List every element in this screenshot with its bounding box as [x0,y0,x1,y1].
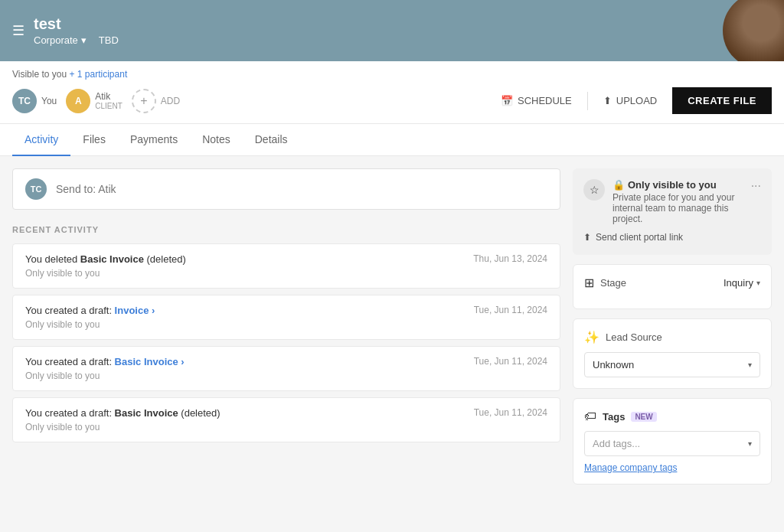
stage-label: Stage [600,277,626,289]
activity-text: You deleted Basic Invoice (deleted) [25,253,186,265]
profile-avatar [723,0,784,61]
user-a-chip: A Atik CLIENT [66,89,122,113]
toolbar-divider [587,92,588,110]
tags-new-badge: NEW [631,412,656,422]
lead-source-dropdown[interactable]: Unknown ▾ [584,352,760,377]
activity-date: Thu, Jun 13, 2024 [473,253,547,264]
activity-sub: Only visible to you [25,319,547,330]
stage-select[interactable]: Inquiry ▾ [724,277,760,289]
add-label: ADD [161,96,180,106]
activity-sub: Only visible to you [25,268,547,279]
activity-sub: Only visible to you [25,422,547,432]
tabs-row: Activity Files Payments Notes Details [0,124,784,156]
breadcrumb-corporate[interactable]: Corporate ▾ [34,34,87,46]
add-participant-group: + ADD [132,89,180,113]
private-card-header: ☆ 🔒 Only visible to you Private place fo… [583,179,761,224]
upload-button[interactable]: ⬆ UPLOAD [597,90,663,111]
activity-text: You created a draft: Basic Invoice (dele… [25,407,220,419]
menu-icon[interactable]: ☰ [12,22,24,39]
activity-item: You created a draft: Basic Invoice (dele… [12,397,560,442]
tags-card: 🏷 Tags NEW Add tags... ▾ Manage company … [573,398,772,485]
participants-list: TC You A Atik CLIENT + ADD [12,89,180,113]
visible-text: Visible to you + 1 participant [12,69,772,80]
chevron-down-icon: ▾ [81,34,87,46]
activity-bold: Basic Invoice [115,407,178,419]
activity-date: Tue, Jun 11, 2024 [474,305,547,315]
upload-icon: ⬆ [603,95,612,106]
lock-icon: 🔒 [612,179,625,191]
activity-item: You deleted Basic Invoice (deleted) Thu,… [12,243,560,289]
tab-details[interactable]: Details [243,124,300,156]
activity-date: Tue, Jun 11, 2024 [474,407,547,418]
tags-header: 🏷 Tags NEW [584,410,760,423]
lead-source-row: ✨ Lead Source [584,330,760,344]
page-header: ☰ test Corporate ▾ TBD [0,0,784,61]
breadcrumb-tbd: TBD [99,34,119,46]
user-tc-label: You [41,96,57,106]
activity-text: You created a draft: Basic Invoice › [25,356,185,367]
star-icon: ☆ [583,179,605,201]
tab-activity[interactable]: Activity [12,124,70,156]
lead-source-icon: ✨ [584,330,599,344]
stage-row: ⊞ Stage Inquiry ▾ [584,276,760,290]
tags-dropdown[interactable]: Add tags... ▾ [584,431,760,456]
user-a-label: Atik [95,91,122,102]
participants-bar: Visible to you + 1 participant TC You A … [0,61,784,124]
activity-item-header: You created a draft: Basic Invoice (dele… [25,407,547,419]
project-title: test [34,15,119,33]
user-a-info: Atik CLIENT [95,91,122,110]
activity-sub: Only visible to you [25,370,547,381]
private-card: ☆ 🔒 Only visible to you Private place fo… [573,168,772,255]
chevron-down-icon: ▾ [756,279,760,287]
lead-source-label: Lead Source [606,331,662,343]
tags-label: Tags [603,411,625,423]
toolbar-actions: 📅 SCHEDULE ⬆ UPLOAD CREATE FILE [495,87,772,114]
activity-item-header: You deleted Basic Invoice (deleted) Thu,… [25,253,547,265]
message-avatar: TC [25,178,47,200]
send-portal-link[interactable]: ⬆ Send client portal link [583,224,761,244]
activity-item-header: You created a draft: Basic Invoice › Tue… [25,356,547,367]
right-column: ☆ 🔒 Only visible to you Private place fo… [573,168,772,494]
tags-icon: 🏷 [584,410,596,423]
user-a-sublabel: CLIENT [95,102,122,110]
activity-item: You created a draft: Basic Invoice › Tue… [12,346,560,391]
avatar-a: A [66,89,90,113]
main-content: TC RECENT ACTIVITY You deleted Basic Inv… [0,156,784,506]
activity-text: You created a draft: Invoice › [25,305,155,316]
calendar-icon: 📅 [501,95,513,106]
activity-basic-invoice-link[interactable]: Basic Invoice › [115,356,185,367]
create-file-button[interactable]: CREATE FILE [672,87,772,114]
tab-payments[interactable]: Payments [118,124,190,156]
private-card-desc: Private place for you and your internal … [612,192,743,224]
participants-row: TC You A Atik CLIENT + ADD [12,87,772,123]
activity-bold: Basic Invoice [80,253,144,265]
avatar-image [723,0,784,61]
activity-item-header: You created a draft: Invoice › Tue, Jun … [25,305,547,316]
participant-count-link[interactable]: + 1 participant [70,69,128,80]
portal-link-icon: ⬆ [583,232,591,243]
recent-activity-title: RECENT ACTIVITY [12,225,560,234]
stage-icon: ⊞ [584,276,594,290]
tab-files[interactable]: Files [70,124,118,156]
manage-tags-link[interactable]: Manage company tags [584,462,760,473]
breadcrumb: Corporate ▾ TBD [34,34,119,46]
stage-card: ⊞ Stage Inquiry ▾ [573,264,772,309]
chevron-down-icon: ▾ [748,361,752,369]
add-participant-button[interactable]: + [132,89,156,113]
header-info: test Corporate ▾ TBD [34,15,119,46]
activity-invoice-link[interactable]: Invoice › [115,305,155,316]
activity-item: You created a draft: Invoice › Tue, Jun … [12,295,560,340]
message-input[interactable] [56,183,547,195]
private-card-title: 🔒 Only visible to you [612,179,743,191]
message-box: TC [12,168,560,210]
tab-notes[interactable]: Notes [190,124,243,156]
avatar-tc: TC [12,89,37,113]
more-options-icon[interactable]: ··· [751,179,761,193]
chevron-down-icon: ▾ [748,439,752,448]
activity-date: Tue, Jun 11, 2024 [474,356,547,367]
left-column: TC RECENT ACTIVITY You deleted Basic Inv… [12,168,560,494]
user-tc-chip: TC You [12,89,57,113]
private-card-content: 🔒 Only visible to you Private place for … [612,179,743,224]
schedule-button[interactable]: 📅 SCHEDULE [495,90,578,111]
lead-source-card: ✨ Lead Source Unknown ▾ [573,318,772,389]
